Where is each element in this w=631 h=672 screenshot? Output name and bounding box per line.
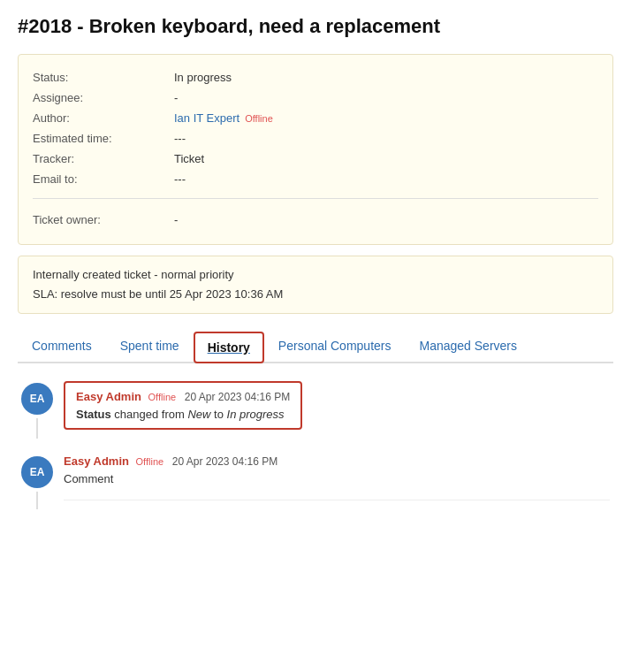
history-status-1: Offline (148, 392, 177, 402)
tab-managed-servers[interactable]: Managed Servers (405, 330, 531, 362)
history-change-to-1: In progress (227, 408, 285, 421)
history-change-bold-1: Status (76, 408, 111, 421)
history-change-mid-1: to (210, 408, 226, 421)
status-value: In progress (174, 71, 232, 84)
history-status-2: Offline (136, 456, 164, 467)
entry-left-1: EA (21, 381, 53, 439)
owner-row: Ticket owner: - (33, 208, 598, 232)
history-author-2: Easy Admin (64, 454, 129, 468)
ticket-title: #2018 - Broken keyboard, need a replacem… (18, 14, 613, 40)
author-online-status: Offline (245, 113, 273, 124)
owner-label: Ticket owner: (33, 213, 174, 226)
tab-spent-time[interactable]: Spent time (106, 330, 194, 362)
history-bubble-1: Easy Admin Offline 20 Apr 2023 04:16 PM … (64, 381, 302, 430)
info-divider (33, 198, 598, 199)
history-entry-1: EA Easy Admin Offline 20 Apr 2023 04:16 … (21, 381, 610, 439)
sla-line2: SLA: resolve must be until 25 Apr 2023 1… (33, 285, 598, 304)
sla-line1: Internally created ticket - normal prior… (33, 265, 598, 285)
avatar-1: EA (21, 383, 53, 415)
history-section: EA Easy Admin Offline 20 Apr 2023 04:16 … (18, 381, 613, 509)
email-row: Email to: --- (33, 169, 598, 189)
timeline-line-1 (36, 418, 38, 439)
estimated-value: --- (174, 132, 186, 145)
status-label: Status: (33, 71, 174, 84)
status-row: Status: In progress (33, 67, 598, 88)
sla-section: Internally created ticket - normal prior… (18, 256, 613, 314)
author-name[interactable]: Ian IT Expert (174, 111, 239, 125)
tab-comments[interactable]: Comments (18, 330, 106, 362)
history-header-1: Easy Admin Offline 20 Apr 2023 04:16 PM (76, 390, 290, 403)
author-label: Author: (33, 111, 174, 125)
entry-left-2: EA (21, 454, 53, 509)
tracker-value: Ticket (174, 152, 204, 165)
history-header-2: Easy Admin Offline 20 Apr 2023 04:16 PM (64, 454, 610, 468)
assignee-row: Assignee: - (33, 88, 598, 108)
history-entry-2: EA Easy Admin Offline 20 Apr 2023 04:16 … (21, 454, 610, 509)
entry-right-2: Easy Admin Offline 20 Apr 2023 04:16 PM … (64, 454, 610, 509)
tracker-label: Tracker: (33, 152, 174, 165)
tab-history[interactable]: History (194, 332, 264, 363)
history-change-1: Status changed from New to In progress (76, 408, 290, 421)
history-change-from-1: New (187, 408, 210, 421)
owner-value: - (174, 213, 178, 226)
history-date-1: 20 Apr 2023 04:16 PM (185, 391, 290, 403)
history-comment-2: Comment (64, 472, 610, 500)
entry-right-1: Easy Admin Offline 20 Apr 2023 04:16 PM … (64, 381, 610, 439)
email-value: --- (174, 172, 186, 186)
estimated-row: Estimated time: --- (33, 128, 598, 149)
tab-personal-computers[interactable]: Personal Computers (264, 330, 406, 362)
assignee-label: Assignee: (33, 91, 174, 104)
email-label: Email to: (33, 172, 174, 186)
tracker-row: Tracker: Ticket (33, 149, 598, 169)
ticket-info-box: Status: In progress Assignee: - Author: … (18, 54, 613, 245)
author-row: Author: Ian IT Expert Offline (33, 108, 598, 128)
avatar-2: EA (21, 456, 53, 488)
history-change-pre-1: changed from (114, 408, 187, 421)
history-author-1: Easy Admin (76, 390, 141, 403)
estimated-label: Estimated time: (33, 132, 174, 145)
timeline-line-2 (36, 492, 38, 509)
history-date-2: 20 Apr 2023 04:16 PM (172, 455, 277, 468)
tabs-container: Comments Spent time History Personal Com… (18, 330, 613, 363)
assignee-value: - (174, 91, 178, 104)
